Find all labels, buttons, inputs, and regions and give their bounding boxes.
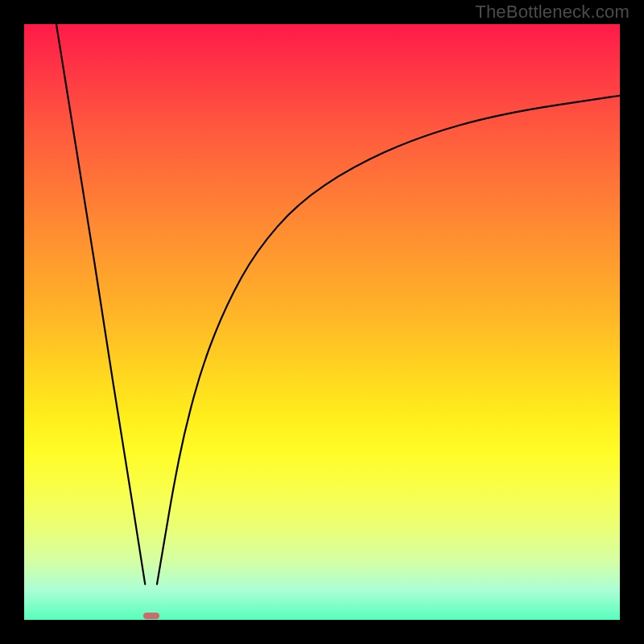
minimum-marker [143, 613, 159, 619]
watermark-text: TheBottleneck.com [475, 2, 630, 23]
curve-left-branch [56, 24, 145, 584]
plot-area [24, 24, 620, 620]
curve-svg [24, 24, 620, 620]
curve-right-branch [157, 96, 620, 584]
chart-frame: TheBottleneck.com [0, 0, 644, 644]
